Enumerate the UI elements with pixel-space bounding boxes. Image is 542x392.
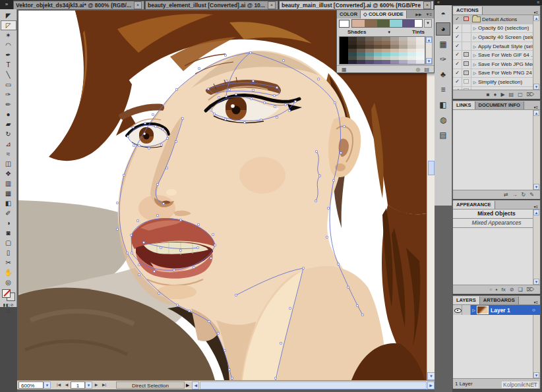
scroll-down-icon[interactable]: ▼ xyxy=(533,184,539,190)
variation-swatch[interactable] xyxy=(365,60,374,64)
dock-menu-icon[interactable]: ≡ xyxy=(537,0,539,5)
duplicate-item-icon[interactable]: ❏ xyxy=(518,286,523,294)
gradient-fill-icon[interactable]: ◧ xyxy=(6,302,10,307)
tab-links[interactable]: LINKS xyxy=(453,101,475,109)
panel-menu-icon[interactable]: ▾≡ xyxy=(531,300,540,304)
new-color-group-icon[interactable]: ▤ xyxy=(424,66,429,74)
tab-close-icon[interactable]: × xyxy=(134,1,142,9)
type-tool[interactable]: T xyxy=(1,60,16,70)
action-check-icon[interactable]: ✓ xyxy=(453,69,462,78)
stop-playing-icon[interactable]: ■ xyxy=(487,91,490,99)
artboard-tool[interactable]: ▯ xyxy=(1,248,16,258)
document-tab[interactable]: Vektor_objekt_ds34jkl3.ai* @ 800% (RGB/.… xyxy=(13,1,144,9)
first-artboard-icon[interactable]: |◀ xyxy=(55,381,63,389)
gradient-panel-icon[interactable]: ◧ xyxy=(436,98,450,111)
rotate-tool[interactable]: ↻ xyxy=(1,129,16,139)
go-to-link-icon[interactable]: → xyxy=(512,191,518,199)
scale-tool[interactable]: ⊿ xyxy=(1,139,16,149)
fill-swatch[interactable] xyxy=(2,289,11,298)
color-panel-icon[interactable]: ◓ xyxy=(436,7,450,20)
layer-lock-toggle[interactable] xyxy=(462,305,471,315)
edit-original-icon[interactable]: ✎ xyxy=(529,191,534,199)
artboard-number-field[interactable]: 1 xyxy=(71,381,85,389)
dialog-toggle-icon[interactable] xyxy=(462,78,471,86)
scroll-right-icon[interactable]: ▶ xyxy=(427,381,435,389)
harmony-color-chip[interactable] xyxy=(365,20,377,27)
toolbar-collapse-icon[interactable]: » xyxy=(0,0,13,9)
action-row[interactable]: ✓▷Save For Web GIF 64 ... xyxy=(453,51,540,60)
action-row[interactable]: ✓Default Actions xyxy=(453,15,540,24)
action-check-icon[interactable]: ✓ xyxy=(453,33,462,42)
action-check-icon[interactable]: ✓ xyxy=(453,60,462,69)
expand-icon[interactable]: ▷ xyxy=(471,53,478,57)
tab-color[interactable]: COLOR xyxy=(337,11,361,18)
expand-icon[interactable]: ▷ xyxy=(471,44,478,49)
fill-stroke-indicator[interactable] xyxy=(2,289,15,301)
eraser-tool[interactable]: ▰ xyxy=(1,119,16,129)
layers-scrollbar[interactable]: ▼ xyxy=(533,315,540,378)
next-artboard-icon[interactable]: ▶ xyxy=(92,381,100,389)
mesh-tool[interactable]: ▦ xyxy=(1,188,16,198)
stroke-panel-icon[interactable]: ≡ xyxy=(436,83,450,96)
scroll-down-icon[interactable]: ▼ xyxy=(533,372,539,378)
expand-icon[interactable]: ▷ xyxy=(471,35,478,40)
last-artboard-icon[interactable]: ▶| xyxy=(100,381,108,389)
begin-recording-icon[interactable]: ● xyxy=(494,91,497,99)
zoom-dropdown-icon[interactable]: ▼ xyxy=(44,381,51,389)
scroll-down-icon[interactable]: ▼ xyxy=(533,279,539,285)
magic-wand-tool[interactable]: ✶ xyxy=(1,30,16,40)
scroll-up-icon[interactable]: ▲ xyxy=(533,110,539,116)
dialog-toggle-icon[interactable] xyxy=(462,69,471,78)
delete-action-icon[interactable]: ⌦ xyxy=(527,91,534,99)
limit-color-group-icon[interactable]: ▦ xyxy=(342,66,347,74)
eyedropper-tool[interactable]: ✐ xyxy=(1,208,16,218)
dialog-toggle-icon[interactable] xyxy=(462,15,471,24)
dialog-toggle-icon[interactable] xyxy=(462,60,471,69)
variation-swatch[interactable] xyxy=(390,60,399,64)
selection-tool[interactable]: ◤ xyxy=(1,11,16,20)
expand-icon[interactable]: ▷ xyxy=(471,70,478,75)
variation-swatch[interactable] xyxy=(340,60,348,64)
appearance-row[interactable]: Mixed Appearances xyxy=(453,219,540,228)
edit-colors-icon[interactable]: ◎ xyxy=(415,66,420,74)
dialog-toggle-icon[interactable] xyxy=(462,24,471,33)
scroll-left-icon[interactable]: ◀ xyxy=(192,381,199,389)
dialog-toggle-icon[interactable] xyxy=(462,42,471,51)
variation-dropdown-icon[interactable]: ▼ xyxy=(366,30,412,34)
color-guide-panel-icon[interactable]: ◕ xyxy=(436,22,450,36)
document-tab[interactable]: beauty_main_illust [Converted].ai @ 600%… xyxy=(279,1,434,9)
tab-document-info[interactable]: DOCUMENT INFO xyxy=(475,101,524,109)
action-check-icon[interactable]: ✓ xyxy=(453,78,462,86)
action-row[interactable]: ✓▷Save For Web JPG Med... xyxy=(453,60,540,69)
play-selection-icon[interactable]: ▶ xyxy=(500,91,504,99)
tab-layers[interactable]: LAYERS xyxy=(453,296,480,304)
layer-visibility-icon[interactable] xyxy=(453,305,462,315)
harmony-color-chip[interactable] xyxy=(352,20,365,27)
pencil-tool[interactable]: ✏ xyxy=(1,99,16,109)
zoom-level-field[interactable]: 600% xyxy=(18,381,44,389)
tab-artboards[interactable]: ARTBOARDS xyxy=(480,296,519,304)
previous-artboard-icon[interactable]: ◀ xyxy=(63,381,71,389)
delete-item-icon[interactable]: ⌦ xyxy=(527,286,534,294)
action-check-icon[interactable]: ✓ xyxy=(453,24,462,33)
action-row[interactable]: ✓▷Apply Default Style (sel... xyxy=(453,42,540,51)
color-variation-grid[interactable] xyxy=(339,36,425,65)
scroll-down-icon[interactable]: ▼ xyxy=(533,84,539,90)
dock-collapse-icon[interactable]: « xyxy=(437,0,440,5)
document-tab[interactable]: beauty_element_illust [Converted].ai @ 1… xyxy=(145,1,278,9)
panel-menu-icon[interactable]: ▼≡ xyxy=(424,11,434,18)
scroll-up-icon[interactable]: ▲ xyxy=(426,37,432,43)
free-transform-tool[interactable]: ◫ xyxy=(1,159,16,169)
tab-close-icon[interactable]: × xyxy=(423,1,431,9)
tab-appearance[interactable]: APPEARANCE xyxy=(453,201,495,209)
actions-scrollbar[interactable]: ▲ ▼ xyxy=(533,15,540,90)
harmony-colors-strip[interactable] xyxy=(351,19,423,28)
hand-tool[interactable]: ✋ xyxy=(1,267,16,277)
pen-tool[interactable]: ✒ xyxy=(1,50,16,60)
dialog-toggle-icon[interactable] xyxy=(462,87,471,90)
harmony-color-chip[interactable] xyxy=(402,20,415,27)
action-check-icon[interactable]: ✓ xyxy=(453,87,462,90)
panel-menu-icon[interactable]: ▾≡ xyxy=(531,10,540,14)
action-row[interactable]: ✓▷Simplify (selection) xyxy=(453,78,540,87)
scroll-down-icon[interactable]: ▼ xyxy=(426,58,432,64)
